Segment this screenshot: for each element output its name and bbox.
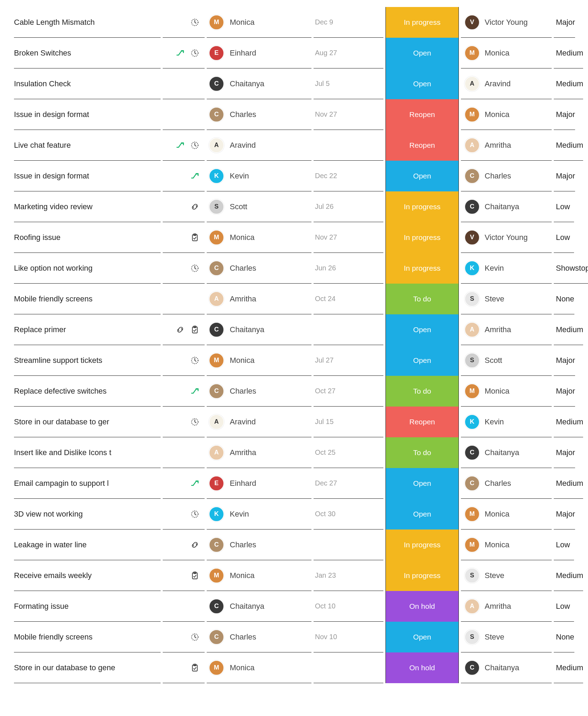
issue-title[interactable]: Issue in design format (14, 161, 161, 191)
status-cell[interactable]: In progress (385, 253, 459, 284)
table-row[interactable]: Insert like and Dislike Icons t A Amrith… (14, 437, 574, 468)
status-cell[interactable]: Open (385, 468, 459, 499)
table-row[interactable]: Replace defective switches C Charles Oct… (14, 376, 574, 407)
reporter-cell[interactable]: A Aravind (461, 68, 552, 99)
status-chip[interactable]: In progress (385, 529, 459, 560)
issue-title[interactable]: Store in our database to ger (14, 407, 161, 437)
reporter-cell[interactable]: M Monica (461, 529, 552, 560)
table-row[interactable]: Cable Length Mismatch M Monica Dec 9 In … (14, 7, 574, 38)
issue-title[interactable]: Like option not working (14, 253, 161, 284)
status-chip[interactable]: Open (385, 314, 459, 345)
status-chip[interactable]: Open (385, 161, 459, 191)
status-chip[interactable]: On hold (385, 652, 459, 683)
status-chip[interactable]: Open (385, 468, 459, 499)
issue-title[interactable]: Email campagin to support l (14, 468, 161, 499)
assignee-cell[interactable]: C Charles (207, 253, 311, 284)
assignee-cell[interactable]: C Charles (207, 622, 311, 652)
table-row[interactable]: Issue in design format K Kevin Dec 22 Op… (14, 161, 574, 191)
status-cell[interactable]: To do (385, 376, 459, 407)
table-row[interactable]: Insulation Check C Chaitanya Jul 5 Open … (14, 68, 574, 99)
status-cell[interactable]: Open (385, 68, 459, 99)
issue-title[interactable]: Store in our database to gene (14, 652, 161, 683)
status-cell[interactable]: Reopen (385, 130, 459, 161)
issue-title[interactable]: Mobile friendly screens (14, 284, 161, 314)
status-chip[interactable]: Open (385, 38, 459, 68)
issue-title[interactable]: Roofing issue (14, 222, 161, 253)
status-chip[interactable]: To do (385, 437, 459, 468)
assignee-cell[interactable]: C Charles (207, 99, 311, 130)
assignee-cell[interactable]: C Chaitanya (207, 68, 311, 99)
reporter-cell[interactable]: V Victor Young (461, 7, 552, 38)
issue-title[interactable]: Issue in design format (14, 99, 161, 130)
reporter-cell[interactable]: S Steve (461, 560, 552, 591)
status-chip[interactable]: On hold (385, 591, 459, 622)
issue-title[interactable]: Leakage in water line (14, 529, 161, 560)
status-cell[interactable]: In progress (385, 222, 459, 253)
reporter-cell[interactable]: V Victor Young (461, 222, 552, 253)
issue-title[interactable]: Replace primer (14, 314, 161, 345)
reporter-cell[interactable]: M Monica (461, 376, 552, 407)
table-row[interactable]: Email campagin to support l E Einhard De… (14, 468, 574, 499)
assignee-cell[interactable]: C Charles (207, 376, 311, 407)
reporter-cell[interactable]: C Charles (461, 468, 552, 499)
table-row[interactable]: Formating issue C Chaitanya Oct 10 On ho… (14, 591, 574, 622)
issue-title[interactable]: Replace defective switches (14, 376, 161, 407)
table-row[interactable]: Roofing issue M Monica Nov 27 In progres… (14, 222, 574, 253)
status-cell[interactable]: Open (385, 622, 459, 652)
table-row[interactable]: Mobile friendly screens A Amritha Oct 24… (14, 284, 574, 314)
assignee-cell[interactable]: A Aravind (207, 130, 311, 161)
table-row[interactable]: Broken Switches E Einhard Aug 27 Open M … (14, 38, 574, 68)
reporter-cell[interactable]: A Amritha (461, 130, 552, 161)
reporter-cell[interactable]: M Monica (461, 99, 552, 130)
status-chip[interactable]: In progress (385, 222, 459, 253)
issue-title[interactable]: Marketing video review (14, 191, 161, 222)
status-cell[interactable]: Open (385, 345, 459, 376)
assignee-cell[interactable]: M Monica (207, 222, 311, 253)
reporter-cell[interactable]: S Scott (461, 345, 552, 376)
assignee-cell[interactable]: E Einhard (207, 468, 311, 499)
reporter-cell[interactable]: C Chaitanya (461, 652, 552, 683)
issue-title[interactable]: Mobile friendly screens (14, 622, 161, 652)
table-row[interactable]: Receive emails weekly M Monica Jan 23 In… (14, 560, 574, 591)
assignee-cell[interactable]: C Chaitanya (207, 591, 311, 622)
status-cell[interactable]: Open (385, 161, 459, 191)
status-chip[interactable]: To do (385, 376, 459, 407)
reporter-cell[interactable]: M Monica (461, 38, 552, 68)
status-cell[interactable]: On hold (385, 591, 459, 622)
table-row[interactable]: 3D view not working K Kevin Oct 30 Open … (14, 499, 574, 529)
status-chip[interactable]: Open (385, 68, 459, 99)
table-row[interactable]: Live chat feature A Aravind Reopen A Amr… (14, 130, 574, 161)
assignee-cell[interactable]: K Kevin (207, 161, 311, 191)
reporter-cell[interactable]: K Kevin (461, 253, 552, 284)
status-cell[interactable]: Open (385, 38, 459, 68)
status-cell[interactable]: In progress (385, 529, 459, 560)
status-chip[interactable]: In progress (385, 7, 459, 38)
reporter-cell[interactable]: C Charles (461, 161, 552, 191)
assignee-cell[interactable]: M Monica (207, 345, 311, 376)
status-chip[interactable]: In progress (385, 191, 459, 222)
issue-title[interactable]: Broken Switches (14, 38, 161, 68)
reporter-cell[interactable]: A Amritha (461, 314, 552, 345)
status-chip[interactable]: To do (385, 284, 459, 314)
status-chip[interactable]: Reopen (385, 407, 459, 437)
status-cell[interactable]: In progress (385, 191, 459, 222)
assignee-cell[interactable]: C Chaitanya (207, 314, 311, 345)
status-cell[interactable]: In progress (385, 560, 459, 591)
status-cell[interactable]: To do (385, 284, 459, 314)
assignee-cell[interactable]: A Amritha (207, 284, 311, 314)
assignee-cell[interactable]: M Monica (207, 7, 311, 38)
issue-title[interactable]: Insulation Check (14, 68, 161, 99)
table-row[interactable]: Leakage in water line C Charles In progr… (14, 529, 574, 560)
reporter-cell[interactable]: K Kevin (461, 407, 552, 437)
status-cell[interactable]: To do (385, 437, 459, 468)
assignee-cell[interactable]: M Monica (207, 560, 311, 591)
table-row[interactable]: Replace primer C Chaitanya Open A Amrith… (14, 314, 574, 345)
status-cell[interactable]: Open (385, 314, 459, 345)
reporter-cell[interactable]: S Steve (461, 284, 552, 314)
issue-title[interactable]: Formating issue (14, 591, 161, 622)
assignee-cell[interactable]: E Einhard (207, 38, 311, 68)
reporter-cell[interactable]: C Chaitanya (461, 191, 552, 222)
assignee-cell[interactable]: S Scott (207, 191, 311, 222)
issue-title[interactable]: Cable Length Mismatch (14, 7, 161, 38)
status-chip[interactable]: In progress (385, 560, 459, 591)
